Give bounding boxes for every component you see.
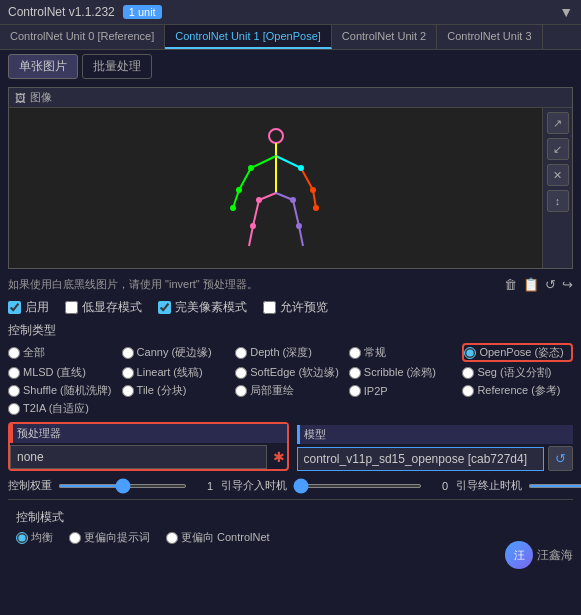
- radio-shuffle[interactable]: Shuffle (随机洗牌): [8, 383, 119, 398]
- radio-normal-input[interactable]: [349, 347, 361, 359]
- image-area: ↗ ↙ ✕ ↕: [9, 108, 572, 268]
- zoom-in-btn[interactable]: ↙: [547, 138, 569, 160]
- radio-scribble[interactable]: Scribble (涂鸦): [349, 365, 460, 380]
- radio-mlsd[interactable]: MLSD (直线): [8, 365, 119, 380]
- preprocessor-select[interactable]: none: [10, 445, 267, 469]
- sub-tab-batch[interactable]: 批量处理: [82, 54, 152, 79]
- mode-prompt[interactable]: 更偏向提示词: [69, 530, 150, 545]
- radio-tile[interactable]: Tile (分块): [122, 383, 233, 398]
- radio-lineart-input[interactable]: [122, 367, 134, 379]
- radio-normal[interactable]: 常规: [349, 343, 460, 362]
- hint-text-row: 如果使用白底黑线图片，请使用 "invert" 预处理器。 🗑 📋 ↺ ↪: [0, 273, 581, 296]
- app-title: ControlNet v1.1.232: [8, 5, 115, 19]
- allow-preview-checkbox[interactable]: 允许预览: [263, 299, 328, 316]
- send-icon[interactable]: ↪: [562, 277, 573, 292]
- radio-shuffle-input[interactable]: [8, 385, 20, 397]
- sub-tab-single[interactable]: 单张图片: [8, 54, 78, 79]
- radio-depth-input[interactable]: [235, 347, 247, 359]
- radio-ip2p[interactable]: IP2P: [349, 383, 460, 398]
- tab-unit3[interactable]: ControlNet Unit 3: [437, 25, 542, 49]
- radio-depth[interactable]: Depth (深度): [235, 343, 346, 362]
- model-refresh-btn[interactable]: ↺: [548, 446, 573, 471]
- image-canvas[interactable]: [9, 108, 542, 268]
- radio-mlsd-input[interactable]: [8, 367, 20, 379]
- mode-controlnet-input[interactable]: [166, 532, 178, 544]
- radio-tile-input[interactable]: [122, 385, 134, 397]
- radio-canny[interactable]: Canny (硬边缘): [122, 343, 233, 362]
- svg-point-16: [298, 165, 304, 171]
- control-weight-group: 控制权重 1: [8, 478, 213, 493]
- control-weight-value: 1: [193, 480, 213, 492]
- watermark-area: 汪 汪鑫海: [0, 549, 581, 577]
- svg-line-14: [299, 226, 303, 246]
- start-time-slider[interactable]: [293, 484, 422, 488]
- svg-line-2: [251, 156, 276, 168]
- image-section: 🖼 图像: [8, 87, 573, 269]
- mode-controlnet[interactable]: 更偏向 ControlNet: [166, 530, 270, 545]
- control-weight-label: 控制权重: [8, 478, 52, 493]
- refresh-hint-icon[interactable]: ↺: [545, 277, 556, 292]
- radio-canny-input[interactable]: [122, 347, 134, 359]
- radio-seg-input[interactable]: [462, 367, 474, 379]
- low-vram-label: 低显存模式: [82, 299, 142, 316]
- image-header-label: 图像: [30, 90, 52, 105]
- preprocessor-box: 预处理器 none ✱: [8, 422, 289, 471]
- trash-icon[interactable]: 🗑: [504, 277, 517, 292]
- asterisk-icon: ✱: [273, 449, 285, 465]
- mode-balanced-input[interactable]: [16, 532, 28, 544]
- start-time-group: 引导介入时机 0: [221, 478, 448, 493]
- perfect-pixel-checkbox[interactable]: 完美像素模式: [158, 299, 247, 316]
- control-type-label: 控制类型: [0, 319, 581, 341]
- mode-prompt-input[interactable]: [69, 532, 81, 544]
- tab-unit0[interactable]: ControlNet Unit 0 [Reference]: [0, 25, 165, 49]
- radio-openpose-input[interactable]: [464, 347, 476, 359]
- radio-reference-input[interactable]: [462, 385, 474, 397]
- radio-all[interactable]: 全部: [8, 343, 119, 362]
- divider: [8, 499, 573, 500]
- radio-reference[interactable]: Reference (参考): [462, 383, 573, 398]
- radio-all-input[interactable]: [8, 347, 20, 359]
- svg-point-15: [248, 165, 254, 171]
- radio-inpaint-input[interactable]: [235, 385, 247, 397]
- zoom-out-btn[interactable]: ↗: [547, 112, 569, 134]
- enable-checkbox[interactable]: 启用: [8, 299, 49, 316]
- low-vram-checkbox[interactable]: 低显存模式: [65, 299, 142, 316]
- copy-icon[interactable]: 📋: [523, 277, 539, 292]
- mode-balanced[interactable]: 均衡: [16, 530, 53, 545]
- radio-softedge[interactable]: SoftEdge (软边缘): [235, 365, 346, 380]
- svg-point-18: [310, 187, 316, 193]
- radio-inpaint[interactable]: 局部重绘: [235, 383, 346, 398]
- allow-preview-checkbox-input[interactable]: [263, 301, 276, 314]
- svg-point-0: [269, 129, 283, 143]
- watermark-name: 汪鑫海: [537, 547, 573, 564]
- radio-scribble-input[interactable]: [349, 367, 361, 379]
- svg-point-17: [236, 187, 242, 193]
- top-bar: ControlNet v1.1.232 1 unit ▼: [0, 0, 581, 25]
- radio-lineart[interactable]: Lineart (线稿): [122, 365, 233, 380]
- svg-point-22: [290, 197, 296, 203]
- perfect-pixel-checkbox-input[interactable]: [158, 301, 171, 314]
- radio-ip2p-input[interactable]: [349, 385, 361, 397]
- model-select[interactable]: control_v11p_sd15_openpose [cab727d4]: [297, 447, 545, 471]
- radio-openpose[interactable]: OpenPose (姿态): [462, 343, 573, 362]
- tab-unit1[interactable]: ControlNet Unit 1 [OpenPose]: [165, 25, 332, 49]
- image-icon: 🖼: [15, 92, 26, 104]
- svg-point-23: [250, 223, 256, 229]
- svg-line-6: [301, 168, 313, 190]
- svg-point-20: [313, 205, 319, 211]
- radio-seg[interactable]: Seg (语义分割): [462, 365, 573, 380]
- radio-softedge-input[interactable]: [235, 367, 247, 379]
- low-vram-checkbox-input[interactable]: [65, 301, 78, 314]
- enable-checkbox-input[interactable]: [8, 301, 21, 314]
- tab-unit2[interactable]: ControlNet Unit 2: [332, 25, 437, 49]
- close-image-btn[interactable]: ✕: [547, 164, 569, 186]
- preprocessor-label: 预处理器: [10, 424, 287, 443]
- radio-t2ia[interactable]: T2IA (自适应): [8, 401, 119, 416]
- end-time-slider[interactable]: [528, 484, 581, 488]
- radio-t2ia-input[interactable]: [8, 403, 20, 415]
- collapse-icon[interactable]: ▼: [559, 4, 573, 20]
- control-weight-slider[interactable]: [58, 484, 187, 488]
- svg-line-4: [239, 168, 251, 190]
- end-time-label: 引导终止时机: [456, 478, 522, 493]
- flip-btn[interactable]: ↕: [547, 190, 569, 212]
